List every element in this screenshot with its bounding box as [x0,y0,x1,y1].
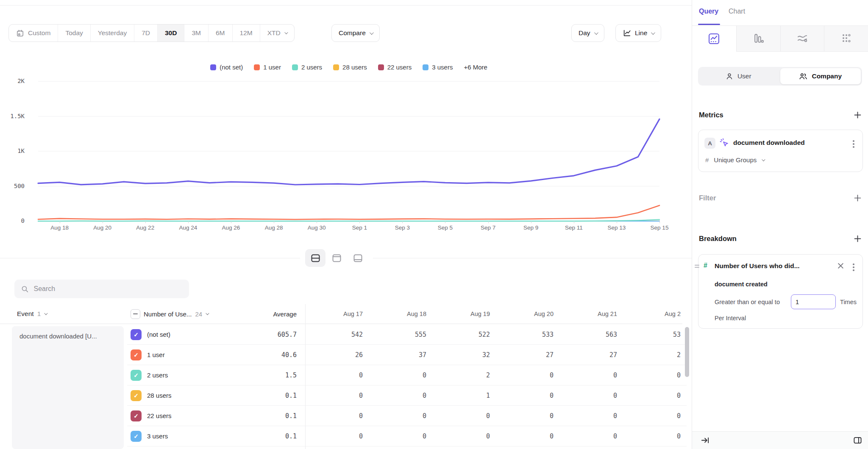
breakdown-value-input[interactable] [791,294,836,309]
x-tick-label: Sep 1 [352,224,367,231]
legend-label: 2 users [301,64,322,71]
series-checkbox[interactable]: ✓ [131,410,142,421]
add-breakdown-button[interactable] [854,235,861,242]
y-tick-label: 500 [0,183,25,189]
entity-toggle: User Company [698,67,862,86]
tab-query[interactable]: Query [699,8,718,15]
metric-measure[interactable]: # Unique Groups [705,156,764,164]
tile-flow-chart[interactable] [780,26,824,52]
average-value: 0.1 [242,406,305,426]
metric-card[interactable]: A document downloaded # Unique Groups [698,130,863,172]
x-tick-mark [445,221,445,223]
x-tick-mark [231,221,231,223]
remove-breakdown-button[interactable] [837,263,844,271]
interval-select[interactable]: Day [571,24,604,42]
value-cell: 0 [496,426,559,446]
query-panel: Query Chart User Company Metrics A [692,0,868,449]
legend-item[interactable]: 22 users [378,64,412,71]
series-cell: ✓22 users [127,406,242,426]
series-checkbox[interactable]: ✓ [131,349,142,360]
value-cell: 0 [432,406,496,426]
x-tick-label: Sep 7 [481,224,495,231]
chevron-down-icon [651,30,655,35]
view-chart-top-button[interactable] [348,249,368,267]
series-checkbox[interactable]: ✓ [131,370,142,381]
date-column-header: Aug 17 [305,310,369,317]
group-column-header[interactable]: Number of Use... 24 [127,309,242,319]
x-tick-label: Aug 20 [93,224,111,231]
x-tick-mark [103,221,103,223]
metric-menu-button[interactable] [850,139,857,150]
table-column-divider [305,304,306,449]
panel-footer [692,431,868,449]
series-checkbox[interactable]: ✓ [131,329,142,340]
layout-toggle-button[interactable] [853,436,862,446]
tab-chart[interactable]: Chart [729,8,745,15]
range-yesterday[interactable]: Yesterday [91,25,134,42]
legend-item[interactable]: 1 user [254,64,281,71]
breakdown-per-interval[interactable]: Per Interval [715,315,746,322]
entity-user-option[interactable]: User [698,67,779,86]
chevron-down-icon [206,311,209,315]
chart-type-select[interactable]: Line [615,24,661,42]
legend-item[interactable]: 3 users [423,64,453,71]
legend-label: (not set) [220,64,243,71]
tile-scatter-chart[interactable] [824,26,868,52]
add-filter-button[interactable] [854,194,861,202]
average-value: 605.7 [242,324,305,345]
entity-company-option[interactable]: Company [780,68,861,84]
x-tick-label: Sep 13 [607,224,626,231]
drag-handle-icon[interactable] [695,265,699,268]
range-3m[interactable]: 3M [184,25,209,42]
range-today[interactable]: Today [58,25,90,42]
series-label: 1 user [147,351,165,358]
x-tick-mark [145,221,146,223]
range-xtd[interactable]: XTD [260,25,294,42]
event-column-header[interactable]: Event 1 [0,310,127,318]
active-tab-underline [698,24,720,25]
vertical-scrollbar[interactable] [685,327,689,377]
breakdown-menu-button[interactable] [850,262,857,273]
chart-line-1-user [38,205,659,219]
value-cell: 0 [559,406,623,426]
legend-more-button[interactable]: +6 More [464,64,487,71]
average-value: 0.1 [242,426,305,446]
series-checkbox[interactable]: ✓ [131,390,142,401]
value-cell: 542 [305,324,369,345]
event-name-cell[interactable]: document downloaded [U... [12,326,124,449]
search-input[interactable] [34,285,182,293]
view-table-top-button[interactable] [326,249,347,267]
view-split-button[interactable] [305,249,326,267]
legend-item[interactable]: 2 users [292,64,322,71]
x-tick-label: Aug 26 [222,224,240,231]
value-cell: 0 [305,426,369,446]
range-30d[interactable]: 30D [158,25,184,42]
panel-tabs: Query Chart [692,0,868,26]
range-12m[interactable]: 12M [233,25,260,42]
search-icon [21,285,29,293]
add-metric-button[interactable] [854,111,861,119]
legend-item[interactable]: (not set) [210,64,243,71]
chart-legend: (not set)1 user2 users28 users22 users3 … [38,64,659,71]
value-cell: 27 [559,345,623,365]
date-column-header: Aug 2 [623,310,687,317]
series-checkbox[interactable]: ✓ [131,431,142,442]
tile-bar-chart[interactable] [736,26,780,52]
compare-button[interactable]: Compare [331,24,380,42]
breakdown-card[interactable]: # Number of Users who did... document cr… [698,254,863,329]
value-cell: 563 [559,324,623,345]
tile-line-chart[interactable] [692,26,736,52]
range-7d[interactable]: 7D [134,25,158,42]
x-tick-label: Sep 15 [651,224,669,231]
value-cell: 27 [496,345,559,365]
select-all-checkbox[interactable] [131,309,140,319]
y-axis-labels: 05001K1.5K2K [0,81,25,221]
breakdown-condition[interactable]: Greater than or equal to [715,299,780,305]
line-chart-tile-icon [708,33,720,44]
range-6m[interactable]: 6M [209,25,233,42]
date-column-header: Aug 19 [432,310,496,317]
legend-item[interactable]: 28 users [333,64,367,71]
collapse-panel-button[interactable] [701,436,709,446]
range-custom[interactable]: Custom [9,25,58,42]
chart-plot [38,81,659,222]
